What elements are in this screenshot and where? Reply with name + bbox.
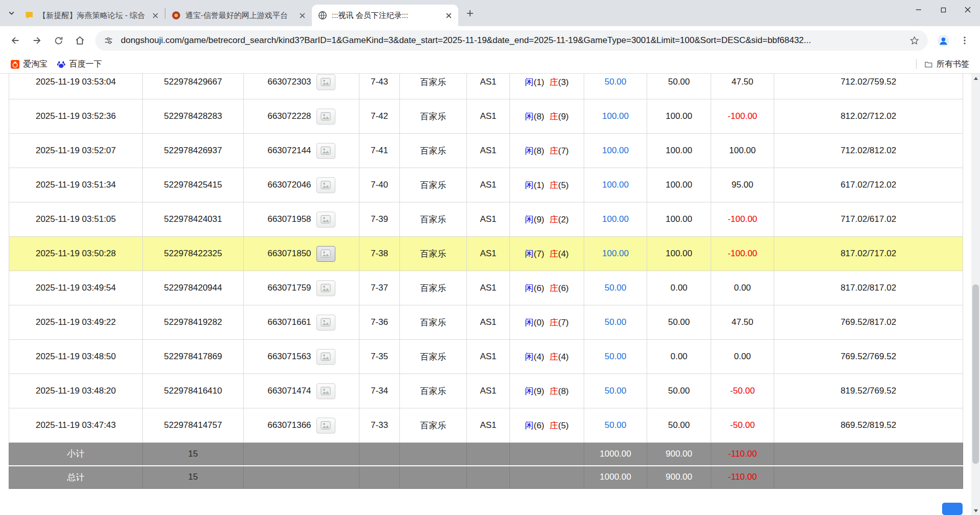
cell-bet-time: 2025-11-19 03:48:20 bbox=[9, 374, 143, 408]
banker-label: 庄 bbox=[549, 146, 558, 156]
back-icon bbox=[10, 35, 21, 46]
address-bar[interactable]: dongshouji.com/game/betrecord_search/kin… bbox=[95, 30, 928, 51]
cell-balance: 717.02/617.02 bbox=[774, 202, 963, 237]
bookmark-taobao[interactable]: 爱淘宝 bbox=[6, 57, 52, 71]
forward-button[interactable] bbox=[27, 30, 47, 51]
new-tab-button[interactable] bbox=[462, 6, 478, 21]
cell-seat: AS1 bbox=[467, 134, 510, 168]
tab-search-chevron-button[interactable] bbox=[4, 6, 18, 20]
cell-seat: AS1 bbox=[467, 374, 510, 408]
total-valid-amount: 900.00 bbox=[647, 466, 711, 489]
profile-avatar-icon bbox=[937, 34, 950, 47]
home-button[interactable] bbox=[70, 30, 90, 51]
scrollbar[interactable] bbox=[971, 74, 980, 515]
cell-bet-amount: 100.00 bbox=[584, 99, 647, 134]
menu-button[interactable] bbox=[954, 30, 975, 51]
cell-bet-time: 2025-11-19 03:52:36 bbox=[9, 99, 143, 134]
tab-close-icon[interactable] bbox=[296, 10, 308, 21]
scrollbar-down-arrow[interactable] bbox=[971, 506, 980, 515]
cell-bet-time: 2025-11-19 03:53:04 bbox=[9, 74, 143, 99]
bookmark-baidu[interactable]: 百度一下 bbox=[52, 57, 106, 71]
cell-result: 闲(1)庄(5) bbox=[510, 168, 584, 202]
scrollbar-up-arrow[interactable] bbox=[971, 74, 980, 83]
cell-seat: AS1 bbox=[467, 202, 510, 237]
minimize-button[interactable] bbox=[906, 0, 931, 19]
replay-button[interactable] bbox=[316, 349, 335, 365]
bet-record-row: 2025-11-19 03:47:43 522978414757 6630713… bbox=[9, 408, 963, 443]
banker-label: 庄 bbox=[549, 283, 558, 293]
banker-label: 庄 bbox=[549, 318, 558, 327]
tab-close-icon[interactable] bbox=[443, 10, 454, 21]
replay-button[interactable] bbox=[316, 177, 335, 193]
cell-bet-amount: 50.00 bbox=[584, 408, 647, 443]
cell-game-type: 百家乐 bbox=[400, 271, 467, 305]
bet-record-row: 2025-11-19 03:51:05 522978424031 6630719… bbox=[9, 202, 963, 237]
replay-button[interactable] bbox=[316, 212, 335, 228]
cell-bet-amount: 100.00 bbox=[584, 134, 647, 168]
cell-bet-id: 522978414757 bbox=[143, 408, 244, 443]
back-button[interactable] bbox=[5, 30, 26, 51]
floating-action-button[interactable] bbox=[942, 503, 963, 515]
cell-balance: 617.02/712.02 bbox=[774, 168, 963, 202]
cell-result: 闲(0)庄(7) bbox=[510, 305, 584, 340]
cell-game-type: 百家乐 bbox=[400, 340, 467, 374]
tune-icon bbox=[104, 36, 113, 45]
replay-button[interactable] bbox=[316, 418, 335, 434]
replay-button[interactable] bbox=[316, 280, 335, 296]
summary-empty-cell bbox=[400, 443, 467, 466]
cell-table-no: 7-34 bbox=[359, 374, 400, 408]
maximize-button[interactable] bbox=[931, 0, 955, 19]
cell-valid-amount: 50.00 bbox=[647, 408, 711, 443]
player-label: 闲 bbox=[525, 283, 534, 293]
refresh-button[interactable] bbox=[48, 30, 69, 51]
banker-label: 庄 bbox=[549, 215, 558, 224]
tab-bet-records[interactable]: :::视讯 会员下注纪录::: bbox=[312, 5, 458, 26]
all-bookmarks-label: 所有书签 bbox=[936, 59, 969, 70]
cell-seat: AS1 bbox=[467, 99, 510, 134]
cell-balance: 712.02/759.52 bbox=[774, 74, 963, 99]
banker-label: 庄 bbox=[549, 249, 558, 259]
cell-win-loss: 100.00 bbox=[711, 134, 774, 168]
replay-button[interactable] bbox=[316, 109, 335, 125]
replay-button[interactable] bbox=[316, 74, 335, 90]
site-info-button[interactable] bbox=[101, 33, 116, 48]
subtotal-win-loss: -110.00 bbox=[711, 443, 774, 466]
replay-button[interactable] bbox=[316, 246, 335, 262]
replay-icon bbox=[321, 386, 331, 396]
cell-valid-amount: 100.00 bbox=[647, 168, 711, 202]
replay-button[interactable] bbox=[316, 143, 335, 159]
cell-seat: AS1 bbox=[467, 168, 510, 202]
bet-record-row: 2025-11-19 03:52:36 522978428283 6630722… bbox=[9, 99, 963, 134]
folder-icon bbox=[924, 60, 933, 69]
cell-round-id: 663071661 bbox=[244, 305, 359, 340]
summary-empty-cell bbox=[359, 466, 400, 489]
cell-valid-amount: 100.00 bbox=[647, 237, 711, 271]
cell-game-type: 百家乐 bbox=[400, 168, 467, 202]
minimize-icon bbox=[915, 7, 922, 13]
bet-record-row: 2025-11-19 03:50:28 522978422325 6630718… bbox=[9, 237, 963, 271]
replay-button[interactable] bbox=[316, 315, 335, 331]
tab-forum[interactable]: 【新提醒】海燕策略论坛 - 综合... bbox=[18, 5, 165, 26]
cell-valid-amount: 100.00 bbox=[647, 202, 711, 237]
cell-bet-id: 522978417869 bbox=[143, 340, 244, 374]
cell-win-loss: -100.00 bbox=[711, 202, 774, 237]
bookmark-star-button[interactable] bbox=[907, 33, 922, 48]
profile-button[interactable] bbox=[933, 30, 953, 51]
scrollbar-thumb[interactable] bbox=[972, 284, 979, 464]
cell-result: 闲(6)庄(5) bbox=[510, 408, 584, 443]
tab-close-icon[interactable] bbox=[150, 10, 161, 21]
tab-tongbao[interactable]: 通宝-信誉最好的网上游戏平台 bbox=[165, 5, 312, 26]
cell-table-no: 7-41 bbox=[359, 134, 400, 168]
cell-game-type: 百家乐 bbox=[400, 374, 467, 408]
total-bet-amount: 1000.00 bbox=[584, 466, 647, 489]
total-row: 总计 15 1000.00 900.00 -110.00 bbox=[9, 466, 963, 489]
all-bookmarks-button[interactable]: 所有书签 bbox=[920, 57, 974, 71]
cell-bet-id: 522978425415 bbox=[143, 168, 244, 202]
cell-bet-time: 2025-11-19 03:51:05 bbox=[9, 202, 143, 237]
cell-table-no: 7-39 bbox=[359, 202, 400, 237]
tab-title: :::视讯 会员下注纪录::: bbox=[332, 11, 438, 20]
cell-bet-id: 522978426937 bbox=[143, 134, 244, 168]
close-window-button[interactable] bbox=[955, 0, 980, 19]
replay-button[interactable] bbox=[316, 383, 335, 399]
cell-bet-id: 522978428283 bbox=[143, 99, 244, 134]
